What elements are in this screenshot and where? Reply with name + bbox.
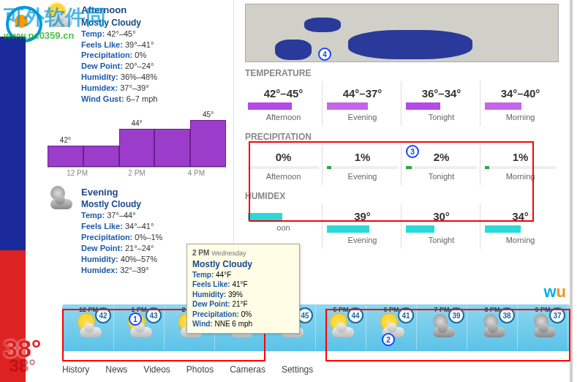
thermometer-gauge (0, 37, 26, 382)
temperature-tiles: 42°–45° Afternoon 44°–37° Evening 36°–34… (245, 81, 559, 126)
chart-bar[interactable] (83, 146, 119, 166)
sun-cloud-icon (77, 314, 100, 333)
nav-photos[interactable]: Photos (186, 364, 214, 375)
moon-cloud-icon (531, 314, 554, 333)
period-title: Evening (81, 186, 162, 199)
hourly-forecast-strip[interactable]: 12 PM 42 1 PM 43 2 PM 44 3 PM 44 4 PM (62, 304, 570, 351)
hourly-temp-chart[interactable]: 42°44°45° (48, 109, 226, 168)
hourly-cell[interactable]: 1 PM 43 (114, 306, 165, 350)
humidex-tile[interactable]: 39° Evening (324, 204, 402, 249)
humidex-tile[interactable]: oon (245, 204, 323, 249)
satellite-image[interactable] (245, 4, 559, 62)
chart-xaxis: 12 PM 2 PM 4 PM (48, 169, 226, 177)
bottom-nav: HistoryNewsVideosPhotosCamerasSettings (62, 364, 313, 375)
hourly-cell[interactable]: 12 PM 42 (64, 306, 114, 350)
precip-tile[interactable]: 1% Morning (482, 145, 559, 185)
weather-underground-logo[interactable]: wu (543, 282, 566, 302)
marker-1: 1 (129, 312, 142, 326)
hourly-cell[interactable]: 9 PM 37 (518, 306, 568, 350)
precip-tile[interactable]: 1% Evening (324, 145, 402, 185)
current-temperature: 38° 38° (4, 334, 41, 376)
nav-news[interactable]: News (105, 364, 127, 375)
watermark: 可外软件同 www.pc0359.cn (4, 4, 106, 41)
precip-heading: PRECIPITATION (245, 132, 559, 142)
temperature-heading: TEMPERATURE (245, 68, 559, 78)
humidex-tiles: oon 39° Evening 30° Tonight 34° Morning (245, 204, 559, 249)
nav-videos[interactable]: Videos (143, 364, 170, 375)
temp-tile[interactable]: 42°–45° Afternoon (245, 81, 323, 126)
moon-cloud-icon (480, 314, 504, 333)
chart-bar[interactable]: 42° (48, 146, 83, 166)
chart-bar[interactable] (154, 129, 190, 167)
nav-cameras[interactable]: Cameras (230, 364, 265, 375)
condition: Mostly Cloudy (81, 198, 162, 210)
hourly-tooltip: 2 PM Wednesday Mostly Cloudy Temp: 44°F … (186, 244, 300, 334)
chart-bar[interactable]: 44° (119, 129, 155, 167)
humidex-tile[interactable]: 30° Tonight (403, 204, 480, 249)
precip-tiles: 0% Afternoon 1% Evening 2% Tonight 1% Mo… (245, 145, 559, 185)
hourly-cell[interactable]: 8 PM 38 (467, 306, 518, 350)
hourly-cell[interactable]: 5 PM 44 (316, 306, 366, 350)
nav-settings[interactable]: Settings (282, 364, 313, 375)
marker-3: 3 (406, 145, 419, 158)
hourly-cell[interactable]: 7 PM 39 (417, 306, 467, 350)
watermark-text: 可外软件同 (4, 6, 106, 29)
temp-tile[interactable]: 36°–34° Tonight (403, 81, 480, 126)
watermark-url: www.pc0359.cn (4, 30, 106, 41)
precip-tile[interactable]: 0% Afternoon (245, 145, 323, 185)
mostly-cloudy-night-icon (48, 186, 75, 209)
moon-cloud-icon (430, 314, 453, 333)
right-edge-frame (570, 0, 588, 382)
chart-bar[interactable]: 45° (190, 120, 226, 166)
humidex-heading: HUMIDEX (245, 191, 559, 201)
marker-4: 4 (318, 48, 331, 61)
nav-history[interactable]: History (62, 364, 89, 375)
temp-tile[interactable]: 34°–40° Morning (482, 81, 559, 126)
sun-cloud-icon (380, 314, 403, 333)
sun-cloud-icon (329, 314, 353, 333)
temp-tile[interactable]: 44°–37° Evening (324, 81, 402, 126)
marker-2: 2 (382, 333, 395, 346)
humidex-tile[interactable]: 34° Morning (482, 204, 559, 249)
